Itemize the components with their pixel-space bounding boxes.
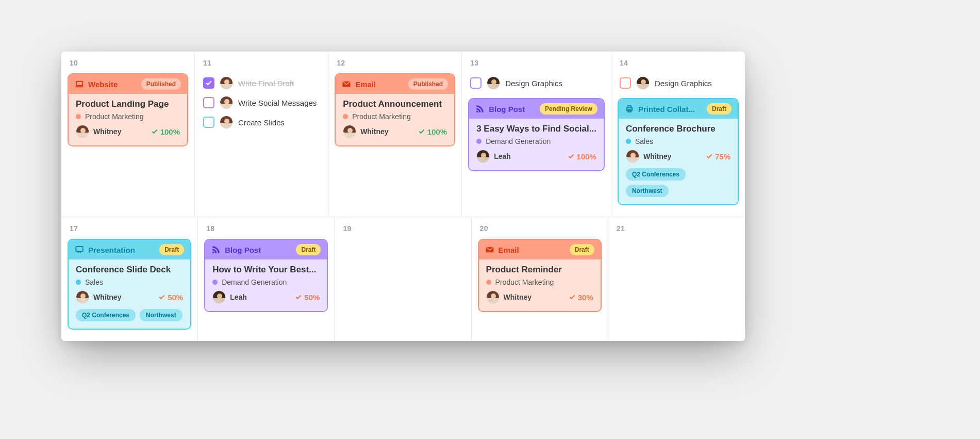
card-body: Product Announcement Product Marketing W… bbox=[336, 94, 454, 145]
category-label: Demand Generation bbox=[222, 278, 287, 286]
assignee-name: Whitney bbox=[93, 127, 121, 136]
avatar bbox=[476, 150, 490, 163]
tag[interactable]: Northwest bbox=[626, 185, 669, 197]
check-icon bbox=[418, 128, 425, 135]
task-item[interactable]: Write Social Messages bbox=[201, 93, 322, 112]
assignee-name: Whitney bbox=[93, 293, 121, 301]
check-icon bbox=[569, 294, 576, 301]
day-number: 13 bbox=[468, 59, 605, 67]
tag[interactable]: Q2 Conferences bbox=[76, 309, 136, 321]
calendar-board: 10 Website Published Product Landing Pag… bbox=[61, 52, 745, 341]
card-assignee: Whitney bbox=[626, 150, 671, 163]
day-cell-10[interactable]: 10 Website Published Product Landing Pag… bbox=[61, 52, 195, 217]
day-cell-20[interactable]: 20 Email Draft Product Reminder Pr bbox=[472, 217, 608, 341]
card-tags: Q2 Conferences Northwest bbox=[76, 309, 183, 321]
rss-icon bbox=[211, 245, 221, 254]
tag[interactable]: Northwest bbox=[140, 309, 182, 321]
week-row: 17 Presentation Draft Conference Slide D… bbox=[61, 217, 745, 341]
task-item[interactable]: Write Final Draft bbox=[201, 73, 322, 93]
card-progress: 100% bbox=[151, 127, 180, 136]
card-body: How to Write Your Best... Demand Generat… bbox=[205, 259, 327, 311]
day-cell-14[interactable]: 14 Design Graphics Printed Collat... Dra… bbox=[611, 52, 745, 217]
card-progress: 100% bbox=[418, 127, 447, 136]
checkbox-unchecked-icon[interactable] bbox=[203, 117, 214, 128]
category-dot-icon bbox=[212, 280, 218, 285]
card-email[interactable]: Email Draft Product Reminder Product Mar… bbox=[478, 239, 602, 312]
card-type-label: Website bbox=[88, 80, 118, 89]
card-body: Conference Brochure Sales Whitney 75% bbox=[619, 119, 738, 204]
category-label: Product Marketing bbox=[85, 112, 144, 121]
card-title: How to Write Your Best... bbox=[212, 265, 320, 275]
card-footer: Whitney 100% bbox=[343, 125, 447, 138]
card-footer: Whitney 30% bbox=[486, 290, 593, 304]
task-item[interactable]: Design Graphics bbox=[618, 73, 739, 93]
task-item[interactable]: Design Graphics bbox=[468, 73, 605, 93]
day-cell-18[interactable]: 18 Blog Post Draft How to Write Your Bes… bbox=[198, 217, 335, 341]
card-type: Printed Collat... bbox=[625, 104, 695, 113]
day-cell-13[interactable]: 13 Design Graphics Blog Post Pending Rev… bbox=[462, 52, 611, 217]
day-cell-11[interactable]: 11 Write Final Draft Write Social Messag… bbox=[195, 52, 328, 217]
card-body: 3 Easy Ways to Find Social... Demand Gen… bbox=[469, 119, 604, 170]
card-title: Product Landing Page bbox=[76, 99, 180, 109]
task-item[interactable]: Create Slides bbox=[201, 112, 322, 132]
avatar bbox=[487, 76, 500, 90]
card-blog-post[interactable]: Blog Post Draft How to Write Your Best..… bbox=[204, 239, 328, 312]
avatar bbox=[486, 290, 500, 304]
checkbox-unchecked-icon[interactable] bbox=[203, 97, 214, 108]
card-type: Email bbox=[485, 245, 519, 254]
progress-value: 50% bbox=[304, 293, 320, 302]
status-badge: Draft bbox=[159, 244, 184, 255]
card-type-label: Email bbox=[355, 80, 376, 89]
checkbox-unchecked-icon[interactable] bbox=[620, 77, 631, 89]
day-number: 11 bbox=[201, 59, 322, 67]
card-website[interactable]: Website Published Product Landing Page P… bbox=[68, 73, 188, 147]
card-type: Presentation bbox=[75, 245, 135, 254]
mail-icon bbox=[342, 79, 351, 89]
category-dot-icon bbox=[476, 139, 481, 144]
presentation-icon bbox=[75, 245, 84, 254]
svg-rect-5 bbox=[76, 247, 83, 251]
card-progress: 100% bbox=[568, 152, 596, 161]
card-progress: 75% bbox=[706, 152, 730, 161]
day-cell-12[interactable]: 12 Email Published Product Announcement bbox=[328, 52, 462, 217]
category-dot-icon bbox=[76, 280, 81, 285]
category-dot-icon bbox=[76, 114, 81, 119]
card-header: Email Published bbox=[336, 74, 454, 94]
day-cell-19[interactable]: 19 bbox=[335, 217, 471, 341]
task-label: Create Slides bbox=[238, 118, 285, 127]
check-icon bbox=[151, 128, 158, 135]
card-header: Printed Collat... Draft bbox=[619, 99, 738, 119]
avatar bbox=[343, 125, 356, 138]
card-body: Product Reminder Product Marketing Whitn… bbox=[479, 259, 601, 311]
status-badge: Pending Review bbox=[540, 103, 597, 115]
svg-point-1 bbox=[476, 110, 478, 112]
day-cell-17[interactable]: 17 Presentation Draft Conference Slide D… bbox=[61, 217, 198, 341]
avatar bbox=[220, 116, 233, 129]
card-category: Product Marketing bbox=[343, 112, 447, 121]
card-type-label: Presentation bbox=[88, 246, 135, 254]
check-icon bbox=[568, 153, 575, 160]
checkbox-checked-icon[interactable] bbox=[203, 77, 214, 89]
week-row: 10 Website Published Product Landing Pag… bbox=[61, 52, 745, 217]
category-dot-icon bbox=[486, 280, 491, 285]
card-blog-post[interactable]: Blog Post Pending Review 3 Easy Ways to … bbox=[468, 98, 605, 171]
card-type-label: Blog Post bbox=[489, 105, 525, 113]
rss-icon bbox=[475, 104, 485, 113]
card-category: Product Marketing bbox=[76, 112, 180, 121]
tag[interactable]: Q2 Conferences bbox=[626, 168, 686, 181]
mail-icon bbox=[485, 245, 494, 254]
day-number: 21 bbox=[614, 224, 739, 233]
card-footer: Whitney 50% bbox=[76, 290, 183, 304]
category-label: Product Marketing bbox=[352, 112, 411, 121]
card-body: Conference Slide Deck Sales Whitney 50% bbox=[69, 259, 190, 329]
card-printed-collateral[interactable]: Printed Collat... Draft Conference Broch… bbox=[618, 98, 739, 205]
card-email[interactable]: Email Published Product Announcement Pro… bbox=[335, 73, 455, 147]
card-type: Blog Post bbox=[211, 245, 261, 254]
day-number: 12 bbox=[335, 59, 455, 67]
task-label: Write Social Messages bbox=[238, 99, 317, 107]
day-cell-21[interactable]: 21 bbox=[608, 217, 745, 341]
day-number: 19 bbox=[341, 224, 464, 233]
card-presentation[interactable]: Presentation Draft Conference Slide Deck… bbox=[68, 239, 191, 330]
avatar bbox=[636, 76, 650, 90]
checkbox-unchecked-icon[interactable] bbox=[470, 77, 481, 89]
